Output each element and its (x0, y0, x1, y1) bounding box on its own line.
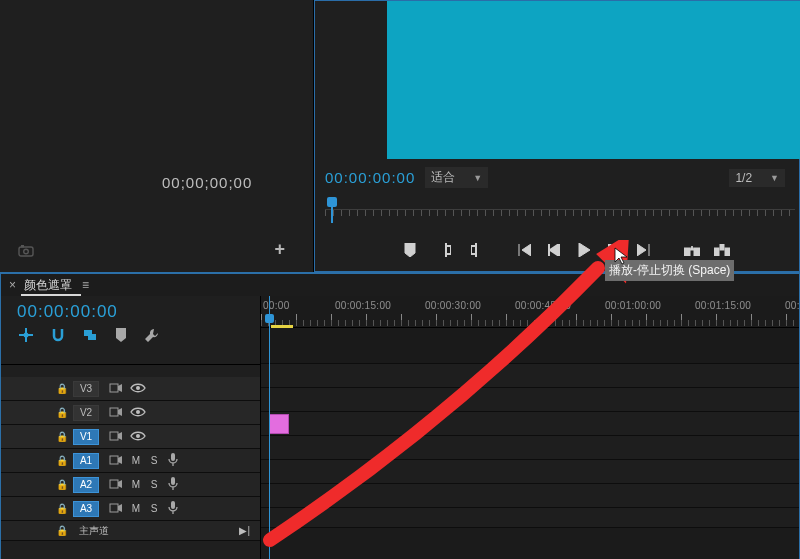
lane-a1[interactable] (261, 436, 799, 460)
svg-rect-0 (19, 247, 33, 256)
step-back-button[interactable] (539, 239, 569, 261)
ruler-label: 00:00:15:00 (335, 300, 391, 311)
time-ruler[interactable]: 00:00 00:00:15:00 00:00:30:00 00:00:45:0… (261, 296, 799, 328)
wrench-icon[interactable] (145, 328, 159, 342)
ruler-label: 00:01:00:00 (605, 300, 661, 311)
magnet-icon[interactable] (51, 328, 65, 342)
track-label-v1[interactable]: V1 (73, 429, 99, 445)
scale-dropdown[interactable]: 1/2 ▼ (729, 169, 785, 187)
mic-icon[interactable] (163, 453, 183, 469)
svg-rect-20 (171, 477, 175, 485)
ruler-label: 00:01:30:00 (785, 300, 799, 311)
track-label-master: 主声道 (73, 524, 109, 538)
mute-button[interactable]: M (127, 455, 145, 466)
track-v1: 🔒 V1 (1, 425, 260, 449)
svg-rect-11 (110, 384, 118, 392)
svg-rect-21 (110, 504, 118, 512)
linked-selection-icon[interactable] (83, 328, 97, 342)
toggle-output-icon[interactable] (105, 455, 127, 467)
playhead[interactable] (269, 296, 270, 559)
step-forward-button[interactable] (599, 239, 629, 261)
program-monitor-panel: 00:00:00:00 适合 ▼ 1/2 ▼ (314, 0, 800, 272)
lane-v3[interactable] (261, 364, 799, 388)
lock-icon[interactable]: 🔒 (51, 431, 73, 442)
toggle-output-icon[interactable] (105, 503, 127, 515)
lock-icon[interactable]: 🔒 (51, 407, 73, 418)
mic-icon[interactable] (163, 501, 183, 517)
mark-in-button[interactable] (431, 239, 461, 261)
lock-icon[interactable]: 🔒 (51, 503, 73, 514)
timeline-timecode[interactable]: 00:00:00:00 (1, 296, 260, 326)
svg-rect-22 (171, 501, 175, 509)
solo-button[interactable]: S (145, 455, 163, 466)
scale-dropdown-label: 1/2 (735, 171, 752, 185)
program-timecode[interactable]: 00:00:00:00 (325, 169, 415, 186)
solo-button[interactable]: S (145, 479, 163, 490)
mic-icon[interactable] (163, 477, 183, 493)
track-a2: 🔒 A2 M S (1, 473, 260, 497)
track-label-v3[interactable]: V3 (73, 381, 99, 397)
svg-rect-4 (694, 248, 700, 256)
track-label-a3[interactable]: A3 (73, 501, 99, 517)
marker-tool-icon[interactable] (115, 328, 127, 342)
svg-rect-3 (684, 248, 690, 256)
toggle-output-icon[interactable] (105, 383, 127, 395)
track-label-a1[interactable]: A1 (73, 453, 99, 469)
svg-point-14 (136, 410, 140, 414)
eye-icon[interactable] (127, 431, 149, 443)
svg-rect-13 (110, 408, 118, 416)
extract-button[interactable] (707, 239, 737, 261)
track-a1: 🔒 A1 M S (1, 449, 260, 473)
track-label-v2[interactable]: V2 (73, 405, 99, 421)
fit-dropdown-label: 适合 (431, 169, 455, 186)
panel-menu-icon[interactable]: ≡ (82, 278, 89, 292)
track-label-a2[interactable]: A2 (73, 477, 99, 493)
timeline-panel: × 颜色遮罩 ≡ 00:00:00:00 🔒 V3 (0, 272, 800, 559)
transport-bar (395, 239, 795, 261)
toggle-output-icon[interactable] (105, 431, 127, 443)
program-video-preview (387, 1, 800, 159)
eye-icon[interactable] (127, 407, 149, 419)
go-to-out-button[interactable] (629, 239, 659, 261)
svg-rect-10 (88, 334, 96, 340)
ruler-label: 00:01:15:00 (695, 300, 751, 311)
snap-icon[interactable] (19, 328, 33, 342)
sequence-name[interactable]: 颜色遮罩 (24, 277, 72, 294)
go-to-in-button[interactable] (509, 239, 539, 261)
skip-icon[interactable]: ▶| (239, 525, 250, 536)
eye-icon[interactable] (127, 383, 149, 395)
play-stop-toggle-button[interactable] (569, 239, 599, 261)
marker-button[interactable] (395, 239, 425, 261)
ruler-label: 00:00:30:00 (425, 300, 481, 311)
mute-button[interactable]: M (127, 479, 145, 490)
svg-rect-5 (714, 248, 719, 256)
svg-point-12 (136, 386, 140, 390)
lift-button[interactable] (677, 239, 707, 261)
source-monitor-panel: 00;00;00;00 + (0, 0, 314, 272)
toggle-output-icon[interactable] (105, 407, 127, 419)
close-icon[interactable]: × (9, 278, 16, 292)
program-scrubber[interactable] (325, 197, 795, 225)
source-timecode: 00;00;00;00 (162, 174, 252, 191)
lane-a3[interactable] (261, 484, 799, 508)
lane-v1[interactable] (261, 412, 799, 436)
track-master: 🔒 主声道 ▶| (1, 521, 260, 541)
lock-icon[interactable]: 🔒 (51, 383, 73, 394)
chevron-down-icon: ▼ (770, 173, 779, 183)
lock-icon[interactable]: 🔒 (51, 525, 73, 536)
clip[interactable] (269, 414, 289, 434)
mute-button[interactable]: M (127, 503, 145, 514)
solo-button[interactable]: S (145, 503, 163, 514)
lock-icon[interactable]: 🔒 (51, 455, 73, 466)
mark-out-button[interactable] (461, 239, 491, 261)
toggle-output-icon[interactable] (105, 479, 127, 491)
lane-a2[interactable] (261, 460, 799, 484)
svg-rect-7 (720, 244, 724, 250)
plus-icon[interactable]: + (274, 239, 285, 260)
lock-icon[interactable]: 🔒 (51, 479, 73, 490)
timeline-canvas[interactable]: 00:00 00:00:15:00 00:00:30:00 00:00:45:0… (261, 296, 799, 559)
lane-master[interactable] (261, 508, 799, 528)
fit-dropdown[interactable]: 适合 ▼ (425, 167, 488, 188)
lane-v2[interactable] (261, 388, 799, 412)
camera-icon[interactable] (18, 245, 34, 260)
